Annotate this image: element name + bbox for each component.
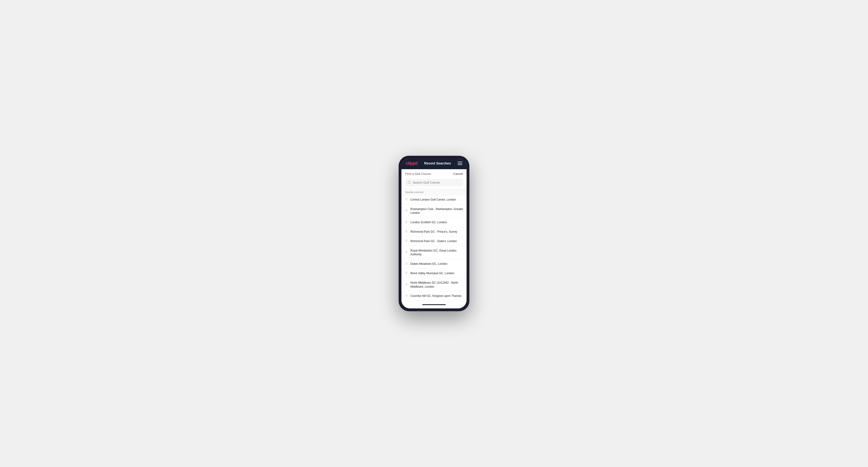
- svg-point-6: [406, 240, 407, 241]
- list-item[interactable]: Brent Valley Municipal GC, London: [401, 269, 467, 278]
- search-input-wrapper[interactable]: [405, 179, 463, 186]
- list-item[interactable]: Dukes Meadows GC, London: [401, 259, 467, 269]
- hamburger-line-2: [458, 163, 462, 163]
- course-name: Richmond Park GC - Prince's, Surrey: [410, 230, 457, 234]
- svg-point-4: [406, 222, 407, 222]
- find-label: Find a Golf Course: [405, 172, 431, 176]
- list-item[interactable]: London Scottish GC, London: [401, 218, 467, 227]
- phone-screen: clippd Recent Searches Find a Golf Cours…: [401, 159, 467, 308]
- pin-icon: [405, 209, 408, 213]
- phone-device: clippd Recent Searches Find a Golf Cours…: [399, 156, 469, 311]
- pin-icon: [405, 221, 408, 224]
- svg-point-3: [406, 210, 407, 211]
- course-name: Royal Wimbledon GC, Great London Authori…: [410, 249, 463, 257]
- course-name: Coombe Hill GC, Kingston upon Thames: [410, 294, 462, 298]
- list-item[interactable]: Roehampton Club - Roehampton, Greater Lo…: [401, 205, 467, 218]
- pin-icon: [405, 283, 408, 286]
- hamburger-line-3: [458, 164, 462, 165]
- svg-point-2: [406, 199, 407, 199]
- pin-icon: [405, 294, 408, 298]
- nav-title: Recent Searches: [424, 161, 451, 165]
- menu-button[interactable]: [458, 162, 462, 165]
- course-name: Brent Valley Municipal GC, London: [410, 271, 454, 275]
- list-item[interactable]: Coombe Hill GC, Kingston upon Thames: [401, 291, 467, 301]
- hamburger-line-1: [458, 162, 462, 162]
- find-header: Find a Golf Course Cancel: [401, 169, 467, 178]
- pin-icon: [405, 262, 408, 266]
- course-name: London Scottish GC, London: [410, 220, 447, 224]
- svg-point-9: [406, 273, 407, 273]
- svg-line-1: [410, 183, 411, 184]
- nearby-section: Nearby courses Central London Golf Centr…: [401, 189, 467, 301]
- app-logo: clippd: [406, 161, 417, 166]
- course-name: Dukes Meadows GC, London: [410, 262, 447, 266]
- course-name: Central London Golf Centre, London: [410, 198, 456, 202]
- nearby-label: Nearby courses: [401, 189, 467, 195]
- top-nav: clippd Recent Searches: [401, 159, 467, 169]
- course-name: North Middlesex GC (1011942 - North Midd…: [410, 281, 463, 289]
- pin-icon: [405, 240, 408, 243]
- list-item[interactable]: North Middlesex GC (1011942 - North Midd…: [401, 278, 467, 292]
- home-bar: [422, 304, 446, 305]
- svg-point-8: [406, 263, 407, 263]
- search-input[interactable]: [413, 181, 460, 184]
- list-item[interactable]: Richmond Park GC - Duke's, London: [401, 237, 467, 246]
- svg-point-10: [406, 284, 407, 284]
- svg-point-0: [408, 181, 410, 183]
- search-icon: [408, 181, 411, 184]
- list-item[interactable]: Central London Golf Centre, London: [401, 195, 467, 205]
- svg-point-11: [406, 295, 407, 296]
- cancel-button[interactable]: Cancel: [453, 172, 463, 176]
- pin-icon: [405, 230, 408, 234]
- content-area: Find a Golf Course Cancel Nearby courses: [401, 169, 467, 301]
- home-indicator: [401, 301, 467, 308]
- course-list: Central London Golf Centre, London Roeha…: [401, 195, 467, 301]
- course-name: Roehampton Club - Roehampton, Greater Lo…: [410, 207, 463, 215]
- pin-icon: [405, 272, 408, 275]
- svg-point-7: [406, 252, 407, 252]
- svg-point-5: [406, 231, 407, 231]
- pin-icon: [405, 251, 408, 254]
- search-container: [401, 178, 467, 189]
- course-name: Richmond Park GC - Duke's, London: [410, 239, 457, 243]
- list-item[interactable]: Royal Wimbledon GC, Great London Authori…: [401, 246, 467, 259]
- pin-icon: [405, 198, 408, 201]
- list-item[interactable]: Richmond Park GC - Prince's, Surrey: [401, 227, 467, 237]
